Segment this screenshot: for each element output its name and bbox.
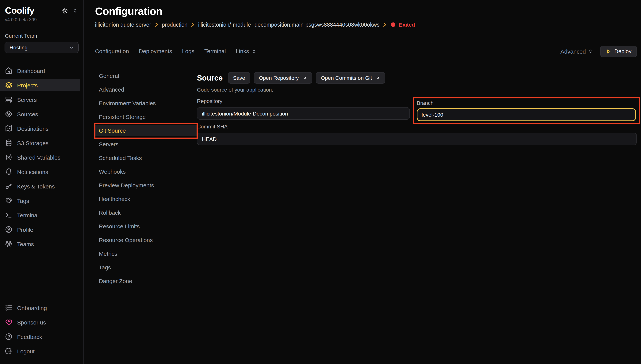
status-badge: Exited <box>399 22 415 28</box>
user-icon <box>5 226 13 233</box>
variable-icon <box>5 154 13 161</box>
chevron-right-icon <box>155 22 158 27</box>
sidebar-item-profile[interactable]: Profile <box>0 224 83 236</box>
open-commits-button[interactable]: Open Commits on Git <box>316 72 385 84</box>
git-source-icon <box>5 110 13 118</box>
sidebar: Coolify v4.0.0-beta <box>0 0 84 364</box>
subnav-item-persistent-storage[interactable]: Persistent Storage <box>95 112 197 122</box>
theme-sun-icon[interactable] <box>61 7 69 14</box>
breadcrumb-application[interactable]: illicitestonion/-module--decomposition:m… <box>198 22 379 28</box>
chevron-right-icon <box>191 22 195 27</box>
sidebar-item-logout[interactable]: Logout <box>0 345 83 357</box>
tab-links[interactable]: Links <box>236 48 257 55</box>
play-icon <box>606 48 611 54</box>
server-icon <box>5 96 13 103</box>
subnav-item-git-source[interactable]: Git Source <box>95 126 197 136</box>
text-cursor <box>444 112 444 118</box>
sidebar-item-dashboard[interactable]: Dashboard <box>0 64 83 77</box>
repository-label: Repository <box>197 97 410 105</box>
subnav-item-advanced[interactable]: Advanced <box>95 84 197 95</box>
page-title: Configuration <box>95 5 637 18</box>
advanced-selector[interactable]: Advanced <box>560 48 593 54</box>
subnav-item-metrics[interactable]: Metrics <box>95 248 197 259</box>
branch-label: Branch <box>417 99 636 107</box>
sidebar-collapse-icon[interactable] <box>72 8 78 14</box>
tabs-bar: Configuration Deployments Logs Terminal … <box>95 48 637 55</box>
subnav-item-preview-deployments[interactable]: Preview Deployments <box>95 180 197 191</box>
tab-configuration[interactable]: Configuration <box>95 48 129 55</box>
breadcrumb-environment[interactable]: production <box>162 22 187 28</box>
home-icon <box>5 67 13 74</box>
sidebar-item-terminal[interactable]: Terminal <box>0 209 83 221</box>
app-window: Coolify v4.0.0-beta <box>0 0 641 364</box>
external-link-icon <box>375 76 380 80</box>
bell-icon <box>5 168 13 176</box>
team-select[interactable]: Hosting <box>5 42 79 53</box>
subnav-item-resource-operations[interactable]: Resource Operations <box>95 235 197 246</box>
commit-sha-field-group: Commit SHA <box>197 123 637 145</box>
subnav-item-environment-variables[interactable]: Environment Variables <box>95 98 197 109</box>
subnav-item-servers[interactable]: Servers <box>95 139 197 150</box>
chevron-right-icon <box>383 22 387 27</box>
chevrons-up-down-icon <box>251 49 257 54</box>
commit-sha-input[interactable] <box>197 132 637 145</box>
sidebar-item-servers[interactable]: Servers <box>0 94 83 106</box>
sidebar-footer: Onboarding Sponsor us Feedback Logout <box>0 302 83 360</box>
sidebar-item-notifications[interactable]: Notifications <box>0 166 83 178</box>
map-icon <box>5 125 13 132</box>
subnav-item-healthcheck[interactable]: Healthcheck <box>95 194 197 204</box>
current-team-label: Current Team <box>0 33 83 39</box>
settings-subnav: General Advanced Environment Variables P… <box>95 62 197 290</box>
checklist-icon <box>5 304 13 312</box>
users-icon <box>5 240 13 248</box>
status-dot <box>391 22 396 27</box>
commit-sha-label: Commit SHA <box>197 123 637 130</box>
subnav-item-scheduled-tasks[interactable]: Scheduled Tasks <box>95 153 197 164</box>
database-icon <box>5 139 13 147</box>
sidebar-item-tags[interactable]: Tags <box>0 194 83 207</box>
sidebar-item-onboarding[interactable]: Onboarding <box>0 302 83 314</box>
subnav-item-tags[interactable]: Tags <box>95 262 197 273</box>
sidebar-item-sources[interactable]: Sources <box>0 108 83 120</box>
external-link-icon <box>302 76 307 80</box>
tab-logs[interactable]: Logs <box>182 48 195 55</box>
sidebar-item-destinations[interactable]: Destinations <box>0 122 83 134</box>
sidebar-item-keys-tokens[interactable]: Keys & Tokens <box>0 180 83 192</box>
key-icon <box>5 182 13 190</box>
breadcrumb-project[interactable]: illicitonion quote server <box>95 22 151 28</box>
heart-icon <box>5 318 13 326</box>
logout-icon <box>5 347 13 355</box>
subnav-item-general[interactable]: General <box>95 71 197 81</box>
sidebar-item-teams[interactable]: Teams <box>0 238 83 250</box>
main-content: Configuration illicitonion quote server … <box>84 0 641 364</box>
source-heading: Source <box>197 74 223 82</box>
sidebar-nav: Dashboard Projects Servers Sources <box>0 64 83 250</box>
subnav-item-resource-limits[interactable]: Resource Limits <box>95 221 197 232</box>
sidebar-item-sponsor-us[interactable]: Sponsor us <box>0 316 83 328</box>
chevrons-up-down-icon <box>588 49 593 54</box>
subnav-item-rollback[interactable]: Rollback <box>95 208 197 218</box>
deploy-button[interactable]: Deploy <box>600 46 637 57</box>
annotation-highlight-box-branch: Branch level-100 <box>413 97 640 124</box>
repository-input[interactable] <box>197 107 410 120</box>
source-description: Code source of your application. <box>197 87 637 93</box>
tab-terminal[interactable]: Terminal <box>204 48 226 55</box>
subnav-item-webhooks[interactable]: Webhooks <box>95 166 197 177</box>
sidebar-item-projects[interactable]: Projects <box>0 79 80 91</box>
sidebar-item-s3-storages[interactable]: S3 Storages <box>0 137 83 149</box>
repository-field-group: Repository <box>197 97 410 124</box>
sidebar-item-shared-variables[interactable]: Shared Variables <box>0 151 83 164</box>
tab-deployments[interactable]: Deployments <box>139 48 172 55</box>
team-select-value: Hosting <box>10 44 28 50</box>
app-logo: Coolify <box>5 5 34 16</box>
terminal-icon <box>5 211 13 219</box>
subnav-item-danger-zone[interactable]: Danger Zone <box>95 276 197 286</box>
open-repository-button[interactable]: Open Repository <box>254 72 312 84</box>
save-button[interactable]: Save <box>228 72 250 84</box>
layers-icon <box>5 81 13 89</box>
source-section: Source Save Open Repository Open Commits… <box>197 62 637 290</box>
sidebar-item-feedback[interactable]: Feedback <box>0 330 83 343</box>
tags-icon <box>5 197 13 204</box>
branch-input[interactable]: level-100 <box>417 108 636 121</box>
app-version: v4.0.0-beta.399 <box>0 17 83 22</box>
